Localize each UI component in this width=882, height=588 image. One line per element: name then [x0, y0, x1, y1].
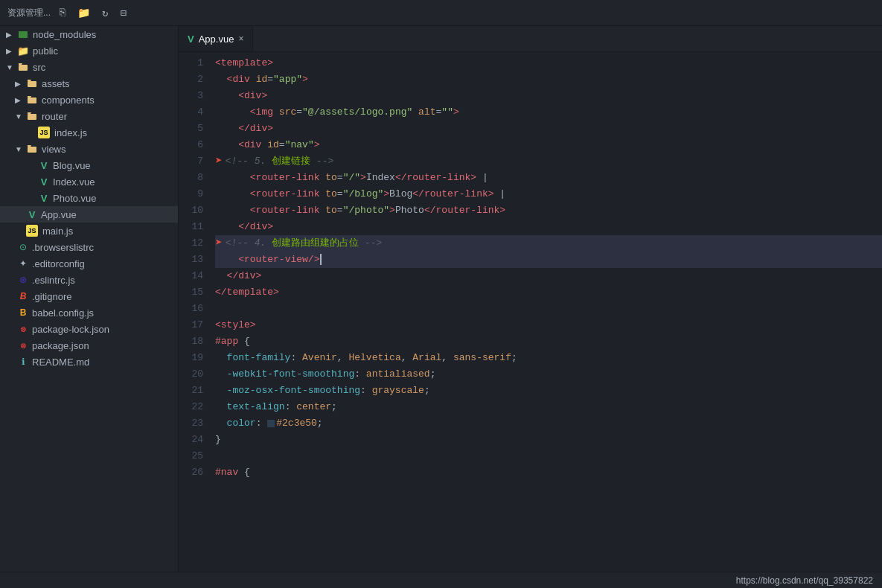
- sidebar-item-label: main.js: [42, 226, 73, 237]
- code-line-1: <template>: [215, 55, 882, 71]
- sidebar-item-babel-config[interactable]: ▶ B babel.config.js: [0, 304, 178, 321]
- sidebar-item-gitignore[interactable]: ▶ B .gitignore: [0, 288, 178, 304]
- assets-folder-icon: [26, 77, 38, 89]
- sidebar-item-index-vue[interactable]: ▶ V Index.vue: [0, 173, 178, 190]
- line-num: 5: [179, 121, 203, 137]
- js-file-icon: JS: [26, 225, 38, 237]
- line-num: 3: [179, 88, 203, 104]
- line-num: 21: [179, 383, 203, 399]
- code-line-21: -moz-osx-font-smoothing: grayscale;: [215, 383, 882, 399]
- folder-icon[interactable]: 📁: [74, 5, 93, 21]
- line-numbers: 1 2 3 4 5 6 7 8 9 10 11 12 13 14 15 16 1: [179, 55, 212, 569]
- sidebar-item-readme[interactable]: ▶ ℹ README.md: [0, 354, 178, 370]
- svg-marker-7: [28, 96, 31, 98]
- code-line-23: color: #2c3e50;: [215, 415, 882, 432]
- refresh-icon[interactable]: ↻: [99, 5, 111, 21]
- sidebar-item-label: package-lock.json: [32, 324, 109, 335]
- sidebar-item-package-lock[interactable]: ▶ ⊗ package-lock.json: [0, 321, 178, 337]
- router-folder-icon: [26, 110, 38, 122]
- sidebar-item-main-js[interactable]: ▶ JS main.js: [0, 223, 178, 239]
- tab-vue-icon: V: [188, 33, 194, 45]
- sidebar-item-router[interactable]: ▼ router: [0, 108, 178, 124]
- line-num: 15: [179, 284, 203, 301]
- line-num: 1: [179, 55, 203, 71]
- status-url: https://blog.csdn.net/qq_39357822: [736, 575, 873, 586]
- code-line-14: </div>: [215, 268, 882, 284]
- svg-rect-4: [28, 81, 36, 87]
- sidebar-item-views[interactable]: ▼ views: [0, 141, 178, 157]
- sidebar-item-src[interactable]: ▼ src: [0, 59, 178, 75]
- js-file-icon: JS: [38, 127, 50, 138]
- arrow-icon: ▼: [15, 145, 24, 153]
- line-num: 26: [179, 464, 203, 481]
- code-line-22: text-align: center;: [215, 399, 882, 415]
- sidebar-item-label: src: [33, 62, 45, 73]
- sidebar-item-label: router: [42, 111, 67, 122]
- vue-file-icon: V: [38, 192, 50, 204]
- sidebar-item-label: babel.config.js: [32, 307, 94, 319]
- tab-app-vue[interactable]: V App.vue ×: [179, 26, 253, 51]
- sidebar-item-label: components: [42, 95, 95, 106]
- line-num: 19: [179, 350, 203, 366]
- eslint-file-icon: ⊛: [17, 274, 29, 286]
- line-num: 17: [179, 317, 203, 333]
- views-folder-icon: [26, 143, 38, 155]
- copy-icon[interactable]: ⎘: [57, 5, 68, 20]
- sidebar-item-label: node_modules: [33, 29, 96, 40]
- code-line-17: <style>: [215, 317, 882, 333]
- npm-file-icon: ⊗: [17, 323, 29, 335]
- code-line-12: ➤ <!-- 4. 创建路由组建的占位 -->: [215, 235, 882, 252]
- sidebar-item-components[interactable]: ▶ components: [0, 92, 178, 108]
- sidebar-item-app-vue[interactable]: ▶ V App.vue: [0, 206, 178, 223]
- toolbar-label: 资源管理...: [7, 7, 51, 19]
- node-modules-folder-icon: [17, 28, 29, 40]
- line-num: 9: [179, 186, 203, 202]
- code-line-9: <router-link to="/blog">Blog</router-lin…: [215, 186, 882, 202]
- code-line-18: #app {: [215, 333, 882, 350]
- arrow-icon: ▶: [6, 47, 15, 55]
- color-swatch: [267, 420, 275, 427]
- line-num: 10: [179, 202, 203, 219]
- sidebar-item-index-js[interactable]: ▶ JS index.js: [0, 124, 178, 141]
- line-num: 4: [179, 104, 203, 121]
- sidebar-item-photo-vue[interactable]: ▶ V Photo.vue: [0, 190, 178, 206]
- sidebar-item-label: Photo.vue: [53, 193, 97, 204]
- svg-rect-2: [19, 65, 28, 71]
- code-line-5: </div>: [215, 121, 882, 137]
- line-num: 16: [179, 301, 203, 317]
- line-num: 6: [179, 137, 203, 153]
- svg-marker-3: [19, 63, 22, 65]
- babel-file-icon: B: [17, 307, 29, 319]
- sidebar-item-label: public: [33, 45, 58, 57]
- code-line-26: #nav {: [215, 464, 882, 481]
- split-icon[interactable]: ⊟: [117, 5, 129, 21]
- vue-file-icon: V: [26, 208, 38, 220]
- code-line-7: ➤ <!-- 5. 创建链接 -->: [215, 153, 882, 170]
- sidebar-item-blog-vue[interactable]: ▶ V Blog.vue: [0, 157, 178, 173]
- sidebar-item-eslintrc[interactable]: ▶ ⊛ .eslintrc.js: [0, 272, 178, 288]
- arrow-icon: ▶: [15, 96, 24, 104]
- sidebar-item-public[interactable]: ▶ 📁 public: [0, 42, 178, 59]
- line-num: 22: [179, 399, 203, 415]
- sidebar-item-label: index.js: [54, 127, 87, 138]
- components-folder-icon: [26, 94, 38, 106]
- line-num: 8: [179, 170, 203, 186]
- line-num: 13: [179, 252, 203, 268]
- sidebar-item-editorconfig[interactable]: ▶ ✦ .editorconfig: [0, 255, 178, 272]
- sidebar-item-package-json[interactable]: ▶ ⊗ package.json: [0, 337, 178, 354]
- sidebar-item-browserslistrc[interactable]: ▶ ⊙ .browserslistrc: [0, 239, 178, 255]
- svg-rect-6: [28, 98, 36, 103]
- editor-area[interactable]: 1 2 3 4 5 6 7 8 9 10 11 12 13 14 15 16 1: [179, 52, 882, 572]
- svg-rect-8: [28, 114, 36, 120]
- sidebar-item-label: Index.vue: [53, 176, 95, 188]
- sidebar-item-node-modules[interactable]: ▶ node_modules: [0, 26, 178, 42]
- sidebar-item-assets[interactable]: ▶ assets: [0, 75, 178, 92]
- code-line-15: </template>: [215, 284, 882, 301]
- line-num: 18: [179, 333, 203, 350]
- tab-close-button[interactable]: ×: [238, 33, 243, 44]
- code-line-20: -webkit-font-smoothing: antialiased;: [215, 366, 882, 383]
- arrow-icon: ▶: [6, 31, 15, 39]
- line-num: 12: [179, 235, 203, 252]
- line-num: 25: [179, 448, 203, 464]
- code-line-25: [215, 448, 882, 464]
